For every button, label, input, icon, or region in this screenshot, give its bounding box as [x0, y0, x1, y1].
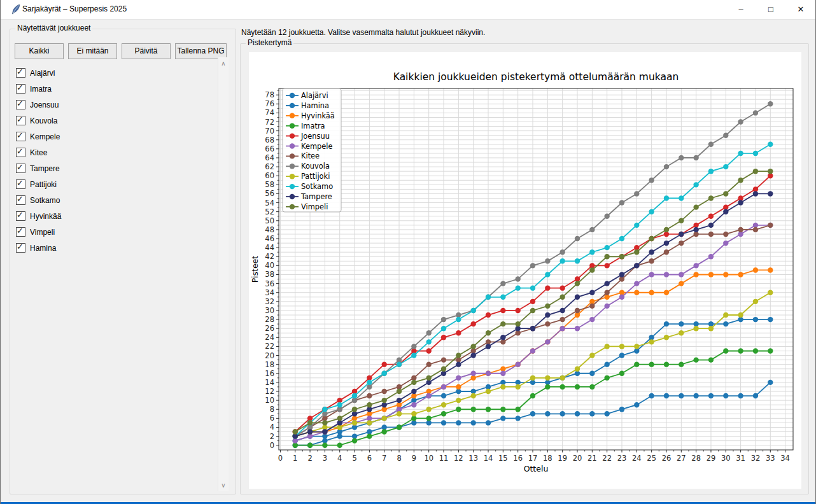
title-bar[interactable]: Sarjakäyrät – Superpesis 2025 – □ ✕	[1, 0, 815, 20]
svg-text:34: 34	[265, 288, 274, 297]
svg-text:66: 66	[265, 144, 274, 153]
svg-text:2: 2	[270, 432, 274, 441]
svg-text:10: 10	[424, 454, 433, 463]
svg-text:Hamina: Hamina	[301, 101, 329, 110]
svg-text:28: 28	[691, 454, 701, 463]
svg-text:26: 26	[662, 454, 672, 463]
svg-text:52: 52	[265, 207, 274, 216]
team-row[interactable]: ✓Hyvinkää	[16, 210, 61, 223]
team-row[interactable]: ✓Sotkamo	[16, 194, 60, 207]
points-line-chart: 0123456789101112131415161718192021222324…	[249, 52, 801, 489]
checkmark-icon: ✓	[17, 242, 24, 251]
svg-text:18: 18	[543, 454, 552, 463]
teams-scrollbar[interactable]: ∧ ∨	[218, 57, 229, 491]
svg-text:Joensuu: Joensuu	[300, 132, 330, 141]
svg-text:8: 8	[270, 405, 274, 414]
team-row[interactable]: ✓Kitee	[16, 146, 47, 159]
checkbox-hamina[interactable]: ✓	[16, 243, 25, 253]
svg-text:17: 17	[528, 454, 538, 463]
status-text: Näytetään 12 joukkuetta. Valitse vasemma…	[241, 28, 485, 37]
svg-text:3: 3	[323, 454, 327, 463]
checkbox-kitee[interactable]: ✓	[16, 148, 25, 157]
app-window: Sarjakäyrät – Superpesis 2025 – □ ✕ Näyt…	[0, 0, 816, 504]
checkbox-kempele[interactable]: ✓	[16, 132, 25, 141]
svg-text:11: 11	[439, 454, 449, 463]
svg-text:78: 78	[265, 90, 274, 99]
team-row[interactable]: ✓Imatra	[16, 83, 52, 95]
checkmark-icon: ✓	[17, 194, 24, 204]
svg-text:48: 48	[265, 225, 274, 234]
checkbox-kouvola[interactable]: ✓	[16, 116, 25, 125]
svg-text:Kitee: Kitee	[301, 151, 320, 160]
svg-text:20: 20	[265, 351, 274, 360]
checkbox-pattijoki[interactable]: ✓	[16, 179, 25, 189]
button-ei-mit-n[interactable]: Ei mitään	[68, 43, 117, 59]
team-row[interactable]: ✓Kouvola	[16, 115, 57, 127]
svg-text:36: 36	[265, 279, 274, 288]
svg-text:1: 1	[293, 454, 297, 463]
checkbox-imatra[interactable]: ✓	[16, 84, 25, 94]
checkmark-icon: ✓	[17, 162, 24, 172]
svg-text:Vimpeli: Vimpeli	[301, 202, 328, 211]
checkbox-joensuu[interactable]: ✓	[16, 100, 25, 109]
button-kaikki[interactable]: Kaikki	[15, 43, 64, 59]
svg-text:2: 2	[307, 454, 312, 463]
svg-text:50: 50	[265, 216, 274, 225]
team-label: Alajärvi	[30, 69, 55, 78]
svg-text:29: 29	[707, 454, 716, 463]
svg-text:13: 13	[468, 454, 478, 463]
checkbox-alajärvi[interactable]: ✓	[16, 68, 25, 78]
svg-text:64: 64	[265, 153, 274, 162]
checkbox-sotkamo[interactable]: ✓	[16, 195, 25, 205]
scroll-down-icon[interactable]: ∨	[218, 482, 229, 489]
minimize-button[interactable]: –	[726, 0, 756, 19]
svg-text:28: 28	[265, 315, 274, 324]
checkbox-hyvinkää[interactable]: ✓	[16, 211, 25, 221]
svg-text:62: 62	[265, 162, 274, 171]
svg-text:70: 70	[265, 127, 274, 136]
close-button[interactable]: ✕	[786, 0, 815, 19]
checkmark-icon: ✓	[17, 210, 24, 220]
team-row[interactable]: ✓Kempele	[16, 130, 60, 143]
team-row[interactable]: ✓Hamina	[16, 242, 56, 255]
svg-text:22: 22	[602, 454, 612, 463]
team-row[interactable]: ✓Alajärvi	[16, 67, 55, 80]
scroll-up-icon[interactable]: ∧	[218, 60, 229, 67]
svg-text:72: 72	[265, 118, 274, 127]
svg-text:20: 20	[573, 454, 582, 463]
svg-text:30: 30	[265, 306, 274, 315]
team-row[interactable]: ✓Vimpeli	[16, 226, 55, 239]
team-row[interactable]: ✓Joensuu	[16, 99, 59, 111]
svg-text:24: 24	[265, 333, 274, 342]
team-label: Kouvola	[30, 116, 57, 125]
svg-text:0: 0	[270, 441, 274, 450]
svg-text:Hyvinkää: Hyvinkää	[301, 111, 335, 120]
svg-text:4: 4	[270, 423, 274, 431]
team-row[interactable]: ✓Pattijoki	[16, 178, 57, 191]
svg-text:Imatra: Imatra	[301, 122, 325, 130]
svg-text:54: 54	[265, 199, 274, 207]
chart-groupbox-label: Pistekertymä	[246, 38, 293, 47]
svg-text:30: 30	[721, 454, 731, 463]
button-p-ivit-[interactable]: Päivitä	[122, 43, 171, 59]
team-label: Imatra	[30, 85, 52, 94]
team-label: Kitee	[30, 148, 47, 157]
svg-text:42: 42	[265, 252, 274, 261]
svg-text:32: 32	[265, 297, 274, 306]
svg-text:33: 33	[766, 454, 775, 463]
checkmark-icon: ✓	[17, 130, 24, 140]
checkbox-tampere[interactable]: ✓	[16, 164, 25, 173]
svg-text:7: 7	[382, 454, 386, 463]
checkmark-icon: ✓	[17, 146, 24, 156]
checkbox-vimpeli[interactable]: ✓	[16, 227, 25, 237]
svg-text:9: 9	[412, 454, 416, 463]
svg-text:23: 23	[617, 454, 627, 463]
svg-text:74: 74	[265, 108, 274, 117]
svg-text:14: 14	[265, 378, 274, 387]
team-label: Hamina	[30, 244, 56, 253]
team-row[interactable]: ✓Tampere	[16, 162, 60, 175]
svg-text:6: 6	[270, 414, 274, 423]
checkmark-icon: ✓	[17, 83, 24, 92]
maximize-button[interactable]: □	[756, 0, 785, 19]
checkmark-icon: ✓	[17, 67, 24, 76]
